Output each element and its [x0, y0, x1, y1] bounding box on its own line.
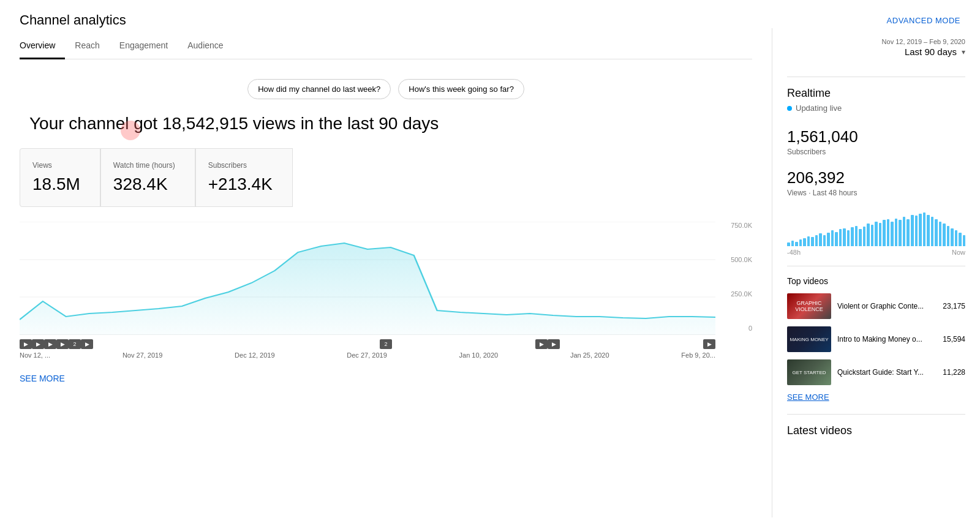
mini-bar-item — [899, 220, 902, 246]
video-thumb-1-text: GRAPHIC VIOLENCE — [787, 299, 831, 314]
mini-bar-item — [819, 233, 822, 246]
question-buttons-row: How did my channel do last week? How's t… — [20, 79, 752, 99]
tab-overview[interactable]: Overview — [20, 33, 65, 59]
main-layout: Overview Reach Engagement Audience How d… — [0, 28, 980, 517]
tab-nav: Overview Reach Engagement Audience — [20, 28, 752, 59]
chart-y-labels: 750.0K 500.0K 250.0K 0 — [731, 222, 752, 332]
top-videos-section-title: Top videos — [787, 276, 965, 286]
line-chart-svg — [20, 222, 715, 335]
mini-bar-item — [959, 233, 962, 246]
video-views-3: 11,228 — [943, 368, 965, 377]
mini-bar-item — [951, 228, 954, 246]
x-label-4: Dec 27, 2019 — [347, 351, 386, 359]
mini-bar-item — [903, 217, 906, 246]
mini-bar-item — [795, 242, 798, 246]
mini-bar-item — [895, 219, 898, 246]
mini-bar-item — [871, 225, 874, 246]
x-label-3: Dec 12, 2019 — [235, 351, 274, 359]
stat-watch-time-label: Watch time (hours) — [113, 161, 175, 170]
video-marker-6[interactable]: ▶ — [81, 339, 93, 349]
stat-views-value: 18.5M — [32, 175, 80, 194]
stat-subscribers-label: Subscribers — [208, 161, 273, 170]
video-marker-10[interactable]: ▶ — [703, 339, 715, 349]
tab-audience[interactable]: Audience — [178, 33, 233, 59]
stat-subscribers-value: +213.4K — [208, 175, 273, 194]
video-thumb-2-text: MAKING MONEY — [788, 336, 829, 344]
spacer3 — [560, 339, 703, 349]
video-marker-9[interactable]: ▶ — [548, 339, 560, 349]
video-thumb-3: GET STARTED — [787, 359, 831, 385]
mini-chart-start-label: -48h — [787, 249, 801, 256]
mini-bar-item — [827, 233, 830, 246]
sidebar-views-48h-value: 206,392 — [787, 168, 965, 187]
mini-bar-item — [831, 230, 834, 246]
x-label-5: Jan 10, 2020 — [459, 351, 499, 359]
mini-bar-item — [935, 219, 938, 246]
video-title-2: Intro to Making Money o... — [837, 335, 937, 344]
mini-bar-item — [851, 227, 854, 246]
video-title-3: Quickstart Guide: Start Y... — [837, 368, 937, 377]
mini-bar-chart — [787, 209, 965, 246]
top-video-item-1[interactable]: GRAPHIC VIOLENCE Violent or Graphic Cont… — [787, 293, 965, 319]
video-views-2: 15,594 — [943, 335, 965, 344]
sidebar-subscribers-label: Subscribers — [787, 148, 965, 156]
page-header: Channel analytics ADVANCED MODE — [0, 0, 980, 28]
see-more-link[interactable]: SEE MORE — [20, 374, 752, 383]
video-marker-2[interactable]: ▶ — [32, 339, 44, 349]
y-label-bottom: 0 — [731, 325, 752, 332]
mini-bar-item — [843, 228, 846, 246]
date-range-period: Last 90 days — [905, 47, 957, 57]
mini-bar-item — [883, 220, 886, 246]
video-marker-8[interactable]: ▶ — [535, 339, 548, 349]
realtime-status-text: Updating live — [796, 103, 842, 113]
latest-videos-title: Latest videos — [787, 424, 965, 437]
dropdown-arrow-icon: ▾ — [962, 48, 965, 56]
video-info-2: Intro to Making Money o... — [837, 335, 937, 344]
mini-chart-end-label: Now — [952, 249, 965, 256]
tab-engagement[interactable]: Engagement — [110, 33, 178, 59]
mini-bar-item — [803, 238, 806, 246]
spacer2 — [392, 339, 535, 349]
mini-bar-item — [823, 235, 826, 246]
sidebar: Nov 12, 2019 – Feb 9, 2020 Last 90 days … — [772, 28, 980, 517]
video-marker-4[interactable]: ▶ — [56, 339, 69, 349]
question-this-week-button[interactable]: How's this week going so far? — [398, 79, 524, 99]
mini-bar-item — [939, 222, 942, 246]
tab-reach[interactable]: Reach — [65, 33, 109, 59]
x-label-1: Nov 12, ... — [20, 351, 50, 359]
mini-bar-item — [943, 224, 946, 246]
divider-3 — [787, 414, 965, 415]
video-marker-1[interactable]: ▶ — [20, 339, 32, 349]
mini-bar-item — [879, 223, 882, 246]
chart-svg-container — [20, 222, 715, 337]
realtime-status: Updating live — [787, 103, 965, 113]
mini-bar-chart-labels: -48h Now — [787, 249, 965, 256]
mini-bar-item — [811, 237, 814, 246]
realtime-section: Realtime Updating live — [787, 87, 965, 113]
mini-bar-item — [847, 230, 850, 246]
video-marker-3[interactable]: ▶ — [44, 339, 56, 349]
channel-headline: Your channel got 18,542,915 views in the… — [20, 114, 752, 133]
question-last-week-button[interactable]: How did my channel do last week? — [247, 79, 391, 99]
advanced-mode-button[interactable]: ADVANCED MODE — [887, 16, 960, 25]
x-label-2: Nov 27, 2019 — [123, 351, 162, 359]
mini-bar-item — [863, 227, 866, 246]
stat-watch-time-value: 328.4K — [113, 175, 175, 194]
mini-bar-item — [907, 219, 910, 246]
stat-views: Views 18.5M — [20, 148, 100, 207]
top-video-item-2[interactable]: MAKING MONEY Intro to Making Money o... … — [787, 326, 965, 352]
video-marker-7[interactable]: 2 — [380, 339, 392, 349]
date-range-section: Nov 12, 2019 – Feb 9, 2020 Last 90 days … — [787, 38, 965, 67]
mini-bar-item — [867, 224, 870, 246]
mini-bar-item — [911, 215, 914, 246]
sidebar-subscribers-stat: 1,561,040 Subscribers — [787, 127, 965, 156]
top-video-item-3[interactable]: GET STARTED Quickstart Guide: Start Y...… — [787, 359, 965, 385]
sidebar-see-more-link[interactable]: SEE MORE — [787, 393, 965, 402]
video-marker-5[interactable]: 2 — [69, 339, 81, 349]
mini-bar-item — [923, 212, 926, 246]
divider-1 — [787, 77, 965, 77]
date-range-select[interactable]: Last 90 days ▾ — [787, 47, 965, 57]
y-label-mid2: 500.0K — [731, 256, 752, 263]
sidebar-views-48h-label: Views · Last 48 hours — [787, 189, 965, 197]
mini-bar-item — [963, 235, 966, 246]
